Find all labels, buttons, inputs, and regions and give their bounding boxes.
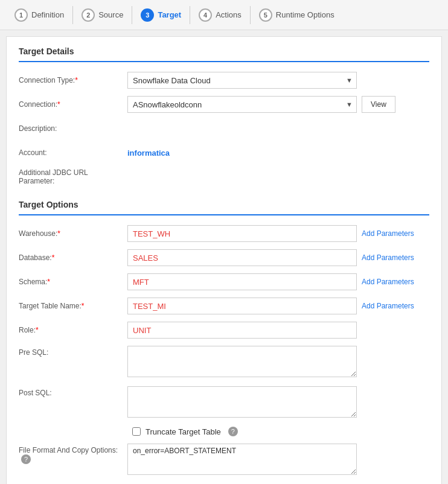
schema-input[interactable] <box>127 273 357 290</box>
step-label-source: Source <box>98 10 123 19</box>
pre-sql-row: Pre SQL: <box>19 346 429 379</box>
target-table-add-params-link[interactable]: Add Parameters <box>362 302 414 310</box>
target-table-label: Target Table Name:* <box>19 302 127 310</box>
connection-label: Connection:* <box>19 100 127 109</box>
file-format-textarea[interactable]: on_error=ABORT_STATEMENT <box>127 444 357 475</box>
file-format-help-icon[interactable]: ? <box>21 454 31 464</box>
connection-value: ASnowflakeoldconn ▼ View <box>127 96 429 113</box>
target-details-divider <box>19 61 429 62</box>
step-label-definition: Definition <box>31 10 64 19</box>
step-circle-2: 2 <box>82 8 95 22</box>
nav-step-actions[interactable]: 4 Actions <box>190 0 250 30</box>
warehouse-value: Add Parameters <box>127 225 429 242</box>
pre-sql-label: Pre SQL: <box>19 346 127 357</box>
role-label: Role:* <box>19 326 127 334</box>
warehouse-add-params-link[interactable]: Add Parameters <box>362 229 414 238</box>
role-row: Role:* <box>19 322 429 339</box>
step-circle-5: 5 <box>259 8 272 22</box>
database-label: Database:* <box>19 253 127 262</box>
schema-row: Schema:* Add Parameters <box>19 273 429 290</box>
database-input[interactable] <box>127 249 357 266</box>
database-value: Add Parameters <box>127 249 429 266</box>
warehouse-row: Warehouse:* Add Parameters <box>19 225 429 242</box>
step-circle-4: 4 <box>199 8 212 22</box>
truncate-label: Truncate Target Table <box>146 427 221 436</box>
connection-type-row: Connection Type:* Snowflake Data Cloud ▼ <box>19 72 429 89</box>
step-circle-1: 1 <box>14 8 28 22</box>
pre-sql-value <box>127 346 429 379</box>
role-value <box>127 322 429 339</box>
target-table-row: Target Table Name:* Add Parameters <box>19 298 429 314</box>
nav-step-source[interactable]: 2 Source <box>73 0 132 30</box>
file-format-label: File Format And Copy Options: ? <box>19 444 127 464</box>
schema-label: Schema:* <box>19 278 127 286</box>
target-options-section: Target Options Warehouse:* Add Parameter… <box>19 200 429 484</box>
target-options-title: Target Options <box>19 200 429 209</box>
file-format-row: File Format And Copy Options: ? on_error… <box>19 444 429 477</box>
target-options-divider <box>19 214 429 215</box>
connection-row: Connection:* ASnowflakeoldconn ▼ View <box>19 96 429 113</box>
step-label-target: Target <box>158 10 181 19</box>
account-text: informatica <box>127 148 170 158</box>
warehouse-input[interactable] <box>127 225 357 242</box>
schema-add-params-link[interactable]: Add Parameters <box>362 278 414 286</box>
pre-sql-textarea[interactable] <box>127 346 357 377</box>
account-label: Account: <box>19 148 127 157</box>
database-add-params-link[interactable]: Add Parameters <box>362 253 414 262</box>
target-table-value: Add Parameters <box>127 298 429 314</box>
account-value: informatica <box>127 148 429 158</box>
description-label: Description: <box>19 124 127 133</box>
nav-step-definition[interactable]: 1 Definition <box>6 0 72 30</box>
jdbc-row: Additional JDBC URL Parameter: <box>19 168 429 185</box>
connection-type-label: Connection Type:* <box>19 76 127 84</box>
connection-type-value: Snowflake Data Cloud ▼ <box>127 72 429 89</box>
description-row: Description: <box>19 120 429 137</box>
wizard-nav: 1 Definition 2 Source 3 Target 4 Actions… <box>0 0 448 30</box>
role-input[interactable] <box>127 322 357 339</box>
truncate-help-icon[interactable]: ? <box>228 427 238 436</box>
view-button[interactable]: View <box>362 96 395 113</box>
jdbc-label: Additional JDBC URL Parameter: <box>19 168 127 185</box>
post-sql-label: Post SQL: <box>19 386 127 397</box>
account-row: Account: informatica <box>19 144 429 161</box>
step-circle-3: 3 <box>141 8 154 22</box>
connection-row-content: ASnowflakeoldconn ▼ View <box>127 96 429 113</box>
post-sql-row: Post SQL: <box>19 386 429 419</box>
truncate-checkbox[interactable] <box>132 427 141 436</box>
post-sql-textarea[interactable] <box>127 386 357 418</box>
connection-dropdown[interactable]: ASnowflakeoldconn ▼ <box>127 96 357 113</box>
step-label-runtime: Runtime Options <box>276 10 334 19</box>
connection-type-select[interactable]: Snowflake Data Cloud <box>128 72 356 88</box>
nav-step-target[interactable]: 3 Target <box>132 0 190 30</box>
main-content: Target Details Connection Type:* Snowfla… <box>6 36 442 484</box>
connection-select[interactable]: ASnowflakeoldconn <box>128 97 356 112</box>
connection-type-dropdown[interactable]: Snowflake Data Cloud ▼ <box>127 72 357 89</box>
target-table-input[interactable] <box>127 298 357 314</box>
step-label-actions: Actions <box>216 10 242 19</box>
nav-step-runtime[interactable]: 5 Runtime Options <box>251 0 343 30</box>
file-format-value: on_error=ABORT_STATEMENT <box>127 444 429 477</box>
truncate-row: Truncate Target Table ? <box>19 427 429 436</box>
post-sql-value <box>127 386 429 419</box>
target-details-title: Target Details <box>19 46 429 56</box>
database-row: Database:* Add Parameters <box>19 249 429 266</box>
warehouse-label: Warehouse:* <box>19 229 127 238</box>
schema-value: Add Parameters <box>127 273 429 290</box>
